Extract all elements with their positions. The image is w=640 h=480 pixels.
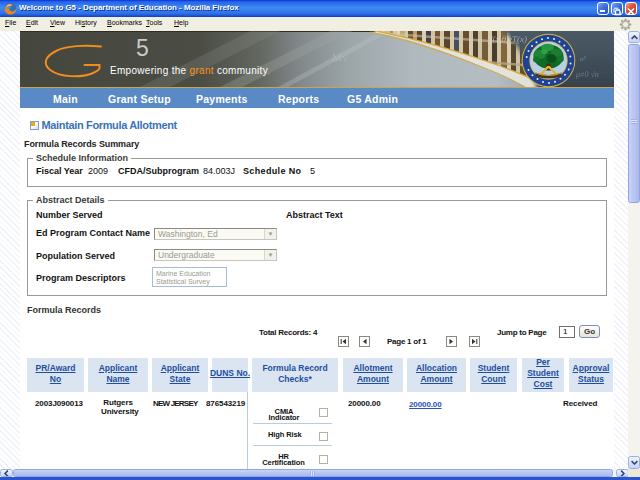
svg-text:μ≠0 √n: μ≠0 √n: [575, 70, 599, 79]
svg-text:f(x,θ)⋅T(x): f(x,θ)⋅T(x): [490, 34, 527, 44]
svg-text:σ²: σ²: [580, 55, 586, 63]
svg-text:Empowering the grant community: Empowering the grant community.: [110, 65, 270, 76]
svg-text:M√: M√: [332, 51, 349, 63]
svg-text:5: 5: [136, 35, 149, 61]
